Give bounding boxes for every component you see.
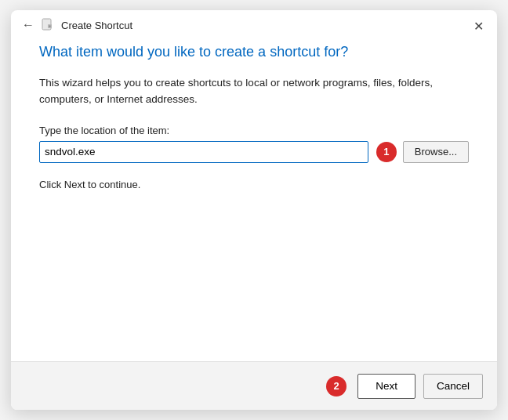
location-input[interactable] bbox=[39, 141, 368, 163]
next-button[interactable]: Next bbox=[357, 374, 415, 399]
dialog-heading: What item would you like to create a sho… bbox=[39, 43, 469, 61]
create-shortcut-dialog: ← Create Shortcut ✕ What item would you … bbox=[11, 10, 497, 410]
input-row: 1 Browse... bbox=[39, 141, 469, 163]
close-button[interactable]: ✕ bbox=[467, 15, 489, 37]
step1-badge: 1 bbox=[376, 142, 397, 162]
shortcut-icon bbox=[41, 18, 55, 32]
hint-text: Click Next to continue. bbox=[39, 179, 469, 190]
dialog-footer: 2 Next Cancel bbox=[11, 361, 497, 410]
back-button[interactable]: ← bbox=[22, 18, 34, 32]
cancel-button[interactable]: Cancel bbox=[423, 374, 483, 399]
dialog-body: What item would you like to create a sho… bbox=[11, 37, 497, 361]
location-label: Type the location of the item: bbox=[39, 125, 469, 136]
step2-badge: 2 bbox=[326, 376, 347, 396]
title-bar: ← Create Shortcut bbox=[11, 10, 497, 37]
dialog-description: This wizard helps you to create shortcut… bbox=[39, 75, 469, 107]
svg-rect-2 bbox=[49, 26, 51, 27]
dialog-title: Create Shortcut bbox=[61, 20, 132, 31]
browse-button[interactable]: Browse... bbox=[403, 141, 469, 163]
